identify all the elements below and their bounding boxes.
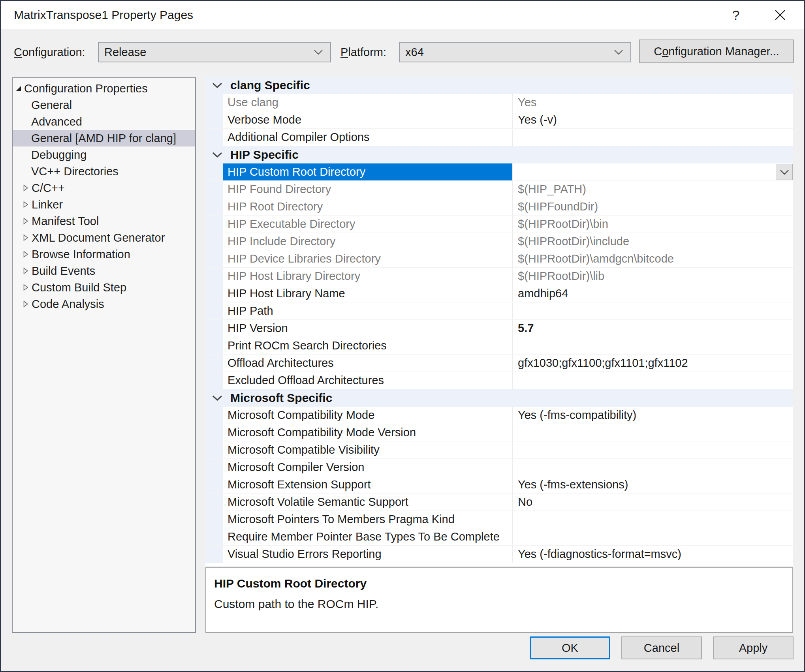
tree-item-linker[interactable]: Linker <box>13 196 195 213</box>
property-row-hip-executable-directory[interactable]: HIP Executable Directory$(HIPRootDir)\bi… <box>205 216 793 233</box>
tree-item-debugging[interactable]: Debugging <box>13 146 195 163</box>
tree-item-label: Linker <box>32 198 63 211</box>
tree-item-vc-directories[interactable]: VC++ Directories <box>13 163 195 180</box>
cancel-button[interactable]: Cancel <box>621 636 702 659</box>
tree-item-build-events[interactable]: Build Events <box>13 263 195 279</box>
property-row-hip-path[interactable]: HIP Path <box>205 302 793 320</box>
help-button[interactable]: ? <box>723 1 749 29</box>
tree-collapsed-icon[interactable] <box>23 300 29 308</box>
grid-section-title: HIP Specific <box>230 148 299 161</box>
property-row-microsoft-compiler-version[interactable]: Microsoft Compiler Version <box>205 459 793 476</box>
property-name: HIP Device Libraries Directory <box>223 250 512 267</box>
tree-item-label: C/C++ <box>32 182 65 195</box>
property-value <box>512 337 793 354</box>
tree-item-configuration-properties[interactable]: Configuration Properties <box>13 80 195 97</box>
property-row-offload-architectures[interactable]: Offload Architecturesgfx1030;gfx1100;gfx… <box>205 355 793 372</box>
property-row-microsoft-extension-support[interactable]: Microsoft Extension SupportYes (-fms-ext… <box>205 476 793 494</box>
property-row-hip-host-library-directory[interactable]: HIP Host Library Directory$(HIPRootDir)\… <box>205 268 793 285</box>
row-gutter <box>205 320 223 337</box>
property-row-hip-host-library-name[interactable]: HIP Host Library Nameamdhip64 <box>205 285 793 302</box>
tree-item-c-c[interactable]: C/C++ <box>13 180 195 196</box>
row-gutter <box>205 233 223 250</box>
value-dropdown-button[interactable] <box>776 164 793 180</box>
chevron-down-icon <box>614 49 623 55</box>
property-name: Microsoft Compiler Version <box>223 459 512 476</box>
property-name: HIP Host Library Directory <box>223 268 512 285</box>
property-row-require-member-pointer-base-types-to-be-complete[interactable]: Require Member Pointer Base Types To Be … <box>205 528 793 546</box>
grid-section-header-clang-specific[interactable]: clang Specific <box>205 77 793 94</box>
property-name: HIP Host Library Name <box>223 285 512 302</box>
property-row-hip-root-directory[interactable]: HIP Root Directory$(HIPFoundDir) <box>205 198 793 216</box>
property-value: Yes (-fms-extensions) <box>512 476 793 493</box>
tree-item-browse-information[interactable]: Browse Information <box>13 246 195 263</box>
grid-section-header-hip-specific[interactable]: HIP Specific <box>205 146 793 163</box>
property-value: $(HIPFoundDir) <box>512 198 793 215</box>
property-value: Yes <box>512 94 793 111</box>
property-row-hip-found-directory[interactable]: HIP Found Directory$(HIP_PATH) <box>205 181 793 198</box>
property-description-box: HIP Custom Root Directory Custom path to… <box>205 567 793 633</box>
property-row-visual-studio-errors-reporting[interactable]: Visual Studio Errors ReportingYes (-fdia… <box>205 546 793 563</box>
row-gutter <box>205 216 223 233</box>
configuration-manager-button[interactable]: Configuration Manager... <box>639 39 794 63</box>
close-button[interactable] <box>767 1 793 29</box>
row-gutter <box>205 546 223 563</box>
tree-collapsed-icon[interactable] <box>23 184 29 191</box>
tree-collapsed-icon[interactable] <box>23 267 29 274</box>
property-name: HIP Root Directory <box>223 198 512 215</box>
tree-collapsed-icon[interactable] <box>23 234 29 241</box>
property-row-verbose-mode[interactable]: Verbose ModeYes (-v) <box>205 111 793 129</box>
tree-collapsed-icon[interactable] <box>23 251 29 258</box>
platform-select[interactable]: x64 <box>399 42 631 62</box>
tree-collapsed-icon[interactable] <box>23 218 29 225</box>
property-row-microsoft-compatible-visibility[interactable]: Microsoft Compatible Visibility <box>205 441 793 459</box>
ok-button[interactable]: OK <box>530 636 610 659</box>
property-row-microsoft-volatile-semantic-support[interactable]: Microsoft Volatile Semantic SupportNo <box>205 494 793 511</box>
tree-collapsed-icon[interactable] <box>23 284 29 291</box>
apply-button[interactable]: Apply <box>713 636 794 659</box>
row-gutter <box>205 302 223 319</box>
grid-section-header-microsoft-specific[interactable]: Microsoft Specific <box>205 389 793 407</box>
tree-item-general[interactable]: General <box>13 97 195 113</box>
property-name: HIP Found Directory <box>223 181 512 198</box>
grid-section-title: Microsoft Specific <box>230 391 332 405</box>
property-name: HIP Include Directory <box>223 233 512 250</box>
tree-expanded-icon[interactable] <box>16 86 21 91</box>
row-gutter <box>205 476 223 493</box>
section-collapse-icon <box>212 82 222 88</box>
property-value: gfx1030;gfx1100;gfx1101;gfx1102 <box>512 355 793 372</box>
property-row-excluded-offload-architectures[interactable]: Excluded Offload Architectures <box>205 372 793 389</box>
property-name: Visual Studio Errors Reporting <box>223 546 512 563</box>
tree-item-advanced[interactable]: Advanced <box>13 113 195 130</box>
property-name: Microsoft Extension Support <box>223 476 512 493</box>
property-value[interactable] <box>512 163 793 180</box>
property-name: Microsoft Volatile Semantic Support <box>223 494 512 511</box>
row-gutter <box>205 285 223 302</box>
property-description-title: HIP Custom Root Directory <box>214 577 792 590</box>
close-icon <box>774 9 786 21</box>
property-value <box>512 459 793 476</box>
tree-item-label: Custom Build Step <box>32 281 126 294</box>
property-row-hip-device-libraries-directory[interactable]: HIP Device Libraries Directory$(HIPRootD… <box>205 250 793 268</box>
property-row-hip-include-directory[interactable]: HIP Include Directory$(HIPRootDir)\inclu… <box>205 233 793 250</box>
tree-collapsed-icon[interactable] <box>23 201 29 208</box>
property-row-microsoft-compatibility-mode[interactable]: Microsoft Compatibility ModeYes (-fms-co… <box>205 407 793 424</box>
configuration-select[interactable]: Release <box>98 42 331 62</box>
tree-item-code-analysis[interactable]: Code Analysis <box>13 296 195 312</box>
property-row-use-clang[interactable]: Use clangYes <box>205 94 793 111</box>
chevron-down-icon <box>780 169 789 175</box>
section-collapse-icon <box>212 395 222 401</box>
tree-item-custom-build-step[interactable]: Custom Build Step <box>13 279 195 296</box>
property-row-additional-compiler-options[interactable]: Additional Compiler Options <box>205 129 793 146</box>
property-value: Yes (-fms-compatibility) <box>512 407 793 424</box>
property-name: Microsoft Pointers To Members Pragma Kin… <box>223 511 512 528</box>
property-value <box>512 372 793 389</box>
property-name: Verbose Mode <box>223 111 512 128</box>
property-row-microsoft-compatibility-mode-version[interactable]: Microsoft Compatibility Mode Version <box>205 424 793 441</box>
tree-item-general-amd-hip-for-clang[interactable]: General [AMD HIP for clang] <box>13 130 195 146</box>
property-row-hip-version[interactable]: HIP Version5.7 <box>205 320 793 337</box>
property-row-print-rocm-search-directories[interactable]: Print ROCm Search Directories <box>205 337 793 355</box>
property-row-hip-custom-root-directory[interactable]: HIP Custom Root Directory <box>205 163 793 181</box>
tree-item-xml-document-generator[interactable]: XML Document Generator <box>13 229 195 246</box>
property-row-microsoft-pointers-to-members-pragma-kind[interactable]: Microsoft Pointers To Members Pragma Kin… <box>205 511 793 528</box>
tree-item-manifest-tool[interactable]: Manifest Tool <box>13 213 195 229</box>
